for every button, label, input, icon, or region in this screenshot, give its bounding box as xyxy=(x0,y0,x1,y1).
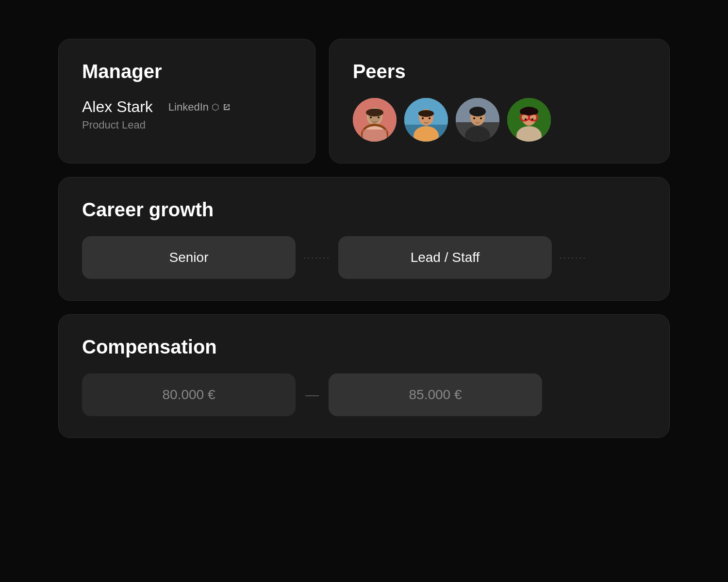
svg-point-32 xyxy=(532,109,538,114)
svg-rect-8 xyxy=(363,129,387,142)
compensation-row: 80.000 € — 85.000 € xyxy=(82,373,646,416)
manager-name: Alex Stark xyxy=(82,98,153,116)
career-dots-1: ······· xyxy=(296,253,338,263)
svg-point-6 xyxy=(378,116,380,118)
linkedin-label: LinkedIn xyxy=(168,101,209,113)
linkedin-link[interactable]: LinkedIn ⬡ xyxy=(168,101,231,113)
top-row: Manager Alex Stark LinkedIn ⬡ Product Le… xyxy=(58,39,670,163)
svg-point-21 xyxy=(480,117,482,119)
svg-point-33 xyxy=(525,118,527,120)
external-link-icon: ⬡ xyxy=(212,102,219,113)
comp-separator: — xyxy=(296,387,329,403)
career-dots-2: ······· xyxy=(552,253,595,263)
career-steps: Senior ······· Lead / Staff ······· xyxy=(82,236,646,279)
manager-name-row: Alex Stark LinkedIn ⬡ xyxy=(82,98,292,116)
career-step-lead-staff[interactable]: Lead / Staff xyxy=(338,236,552,279)
svg-point-14 xyxy=(422,117,424,119)
external-link-icon-svg xyxy=(222,103,231,112)
manager-card: Manager Alex Stark LinkedIn ⬡ Product Le… xyxy=(58,39,315,163)
comp-value-2[interactable]: 85.000 € xyxy=(329,373,542,416)
svg-point-22 xyxy=(469,107,486,116)
svg-point-20 xyxy=(473,117,475,119)
peer-avatar-2[interactable] xyxy=(404,98,448,142)
peers-avatars xyxy=(353,98,646,142)
career-growth-title: Career growth xyxy=(82,199,646,221)
svg-point-4 xyxy=(366,109,383,116)
manager-info: Alex Stark LinkedIn ⬡ Product Lead xyxy=(82,98,292,131)
manager-title: Manager xyxy=(82,61,292,82)
peers-card: Peers xyxy=(329,39,670,163)
svg-point-34 xyxy=(531,118,533,120)
svg-point-5 xyxy=(370,116,372,118)
comp-value-1[interactable]: 80.000 € xyxy=(82,373,296,416)
compensation-card: Compensation 80.000 € — 85.000 € xyxy=(58,314,670,438)
peer-avatar-1[interactable] xyxy=(353,98,397,142)
compensation-title: Compensation xyxy=(82,336,646,358)
svg-point-13 xyxy=(418,110,434,117)
svg-point-15 xyxy=(429,117,430,119)
svg-point-31 xyxy=(520,109,526,114)
peers-title: Peers xyxy=(353,61,646,82)
peer-avatar-4[interactable] xyxy=(507,98,551,142)
manager-job-title: Product Lead xyxy=(82,119,292,131)
peer-avatar-3[interactable] xyxy=(456,98,499,142)
career-step-senior[interactable]: Senior xyxy=(82,236,296,279)
career-growth-card: Career growth Senior ······· Lead / Staf… xyxy=(58,177,670,301)
